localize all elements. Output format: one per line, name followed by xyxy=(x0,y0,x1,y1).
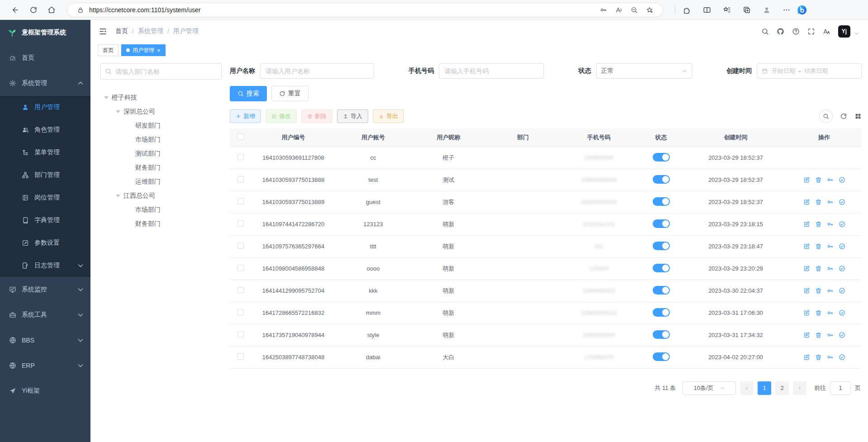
opcheck-icon[interactable] xyxy=(839,243,845,250)
opkey-icon[interactable] xyxy=(827,176,834,183)
username-input[interactable] xyxy=(260,63,374,79)
split-screen-icon[interactable] xyxy=(703,6,711,14)
opdelete-icon[interactable] xyxy=(815,354,822,361)
status-toggle[interactable] xyxy=(653,153,670,162)
row-checkbox[interactable] xyxy=(237,176,244,182)
opedit-icon[interactable] xyxy=(803,332,810,338)
menu-fold-icon[interactable] xyxy=(99,27,107,36)
sidebar-item[interactable]: Yi框架 xyxy=(0,378,90,404)
row-checkbox[interactable] xyxy=(237,331,244,337)
opedit-icon[interactable] xyxy=(803,176,810,183)
status-toggle[interactable] xyxy=(653,175,670,184)
tree-node[interactable]: 财务部门 xyxy=(100,217,222,231)
opdelete-icon[interactable] xyxy=(815,309,822,316)
add-favorite-icon[interactable] xyxy=(646,6,653,14)
row-checkbox[interactable] xyxy=(237,265,244,271)
status-toggle[interactable] xyxy=(653,308,670,317)
page-number-button[interactable]: 2 xyxy=(775,381,789,395)
opcheck-icon[interactable] xyxy=(839,287,845,294)
show-search-toggle[interactable] xyxy=(819,109,833,123)
opcheck-icon[interactable] xyxy=(839,265,845,272)
opcheck-icon[interactable] xyxy=(839,176,845,183)
tree-node[interactable]: 研发部门 xyxy=(100,119,222,133)
status-toggle[interactable] xyxy=(653,219,670,228)
sidebar-subitem[interactable]: 日志管理 xyxy=(0,254,90,277)
edit-button[interactable]: 修改 xyxy=(266,109,297,123)
row-checkbox[interactable] xyxy=(237,154,244,160)
opcheck-icon[interactable] xyxy=(839,332,845,338)
row-checkbox[interactable] xyxy=(237,287,244,293)
goto-page-input[interactable] xyxy=(830,381,851,395)
opcheck-icon[interactable] xyxy=(839,309,845,316)
breadcrumb-item[interactable]: 首页 xyxy=(115,27,128,35)
address-bar[interactable]: https://ccnetcore.com:1101/system/user xyxy=(67,3,663,17)
page-size-select[interactable]: 10条/页 xyxy=(683,381,736,395)
reset-button[interactable]: 重置 xyxy=(271,86,308,101)
prev-page-button[interactable]: ‹ xyxy=(740,381,754,395)
tree-node[interactable]: 深圳总公司 xyxy=(100,105,222,119)
opdelete-icon[interactable] xyxy=(815,199,822,205)
tree-node[interactable]: 橙子科技 xyxy=(100,90,222,105)
read-aloud-icon[interactable] xyxy=(615,6,622,14)
github-icon[interactable] xyxy=(777,28,784,35)
extensions-icon[interactable] xyxy=(683,6,691,14)
opcheck-icon[interactable] xyxy=(839,221,845,228)
browser-back-icon[interactable] xyxy=(11,6,19,14)
profile-avatar-icon[interactable] xyxy=(763,6,771,14)
sidebar-item[interactable]: 首页 xyxy=(0,45,90,71)
sidebar-subitem[interactable]: 用户管理 xyxy=(0,96,90,119)
opkey-icon[interactable] xyxy=(827,265,834,272)
fullscreen-icon[interactable] xyxy=(807,28,815,35)
status-toggle[interactable] xyxy=(653,352,670,361)
opedit-icon[interactable] xyxy=(803,221,810,228)
status-toggle[interactable] xyxy=(653,264,670,272)
opkey-icon[interactable] xyxy=(827,354,834,361)
tree-node[interactable]: 市场部门 xyxy=(100,203,222,217)
tab-close-icon[interactable]: × xyxy=(157,48,161,53)
tab-item[interactable]: 首页 xyxy=(98,44,119,56)
breadcrumb-item[interactable]: 用户管理 xyxy=(173,27,199,35)
copilot-icon[interactable] xyxy=(797,5,807,15)
search-button[interactable]: 搜索 xyxy=(230,86,267,101)
opdelete-icon[interactable] xyxy=(815,287,822,294)
columns-grid-icon[interactable] xyxy=(854,113,862,120)
row-checkbox[interactable] xyxy=(237,198,244,204)
opdelete-icon[interactable] xyxy=(815,176,822,183)
tree-expand-caret[interactable] xyxy=(104,96,109,101)
opedit-icon[interactable] xyxy=(803,309,810,316)
tree-node[interactable]: 测试部门 xyxy=(100,147,222,161)
sidebar-subitem[interactable]: 岗位管理 xyxy=(0,186,90,209)
opkey-icon[interactable] xyxy=(827,332,834,338)
tree-node[interactable]: 运维部门 xyxy=(100,175,222,189)
refresh-table-icon[interactable] xyxy=(840,113,847,120)
browser-refresh-icon[interactable] xyxy=(29,6,38,14)
opkey-icon[interactable] xyxy=(827,243,834,250)
opcheck-icon[interactable] xyxy=(839,199,845,205)
opcheck-icon[interactable] xyxy=(839,354,845,361)
opkey-icon[interactable] xyxy=(827,309,834,316)
help-icon[interactable] xyxy=(792,28,800,35)
opedit-icon[interactable] xyxy=(803,265,810,272)
opkey-icon[interactable] xyxy=(827,199,834,205)
import-button[interactable]: 导入 xyxy=(337,109,368,123)
sidebar-subitem[interactable]: 部门管理 xyxy=(0,164,90,186)
sidebar-subitem[interactable]: 菜单管理 xyxy=(0,141,90,164)
sidebar-subitem[interactable]: 角色管理 xyxy=(0,119,90,141)
tree-node[interactable]: 江西总公司 xyxy=(100,189,222,203)
font-size-icon[interactable] xyxy=(823,28,830,35)
sidebar-item[interactable]: ERP xyxy=(0,353,90,378)
page-number-button[interactable]: 1 xyxy=(758,381,771,395)
sidebar-subitem[interactable]: 参数设置 xyxy=(0,232,90,254)
tree-node[interactable]: 市场部门 xyxy=(100,133,222,147)
export-button[interactable]: 导出 xyxy=(373,109,404,123)
collections-icon[interactable] xyxy=(743,6,751,14)
sidebar-item[interactable]: BBS xyxy=(0,328,90,353)
zoom-out-icon[interactable] xyxy=(631,6,638,14)
add-button[interactable]: 新增 xyxy=(230,109,261,123)
tree-node[interactable]: 财务部门 xyxy=(100,161,222,175)
tree-expand-caret[interactable] xyxy=(116,195,120,200)
favorites-icon[interactable] xyxy=(723,6,731,14)
dept-search-input[interactable] xyxy=(100,63,222,80)
opedit-icon[interactable] xyxy=(803,199,810,205)
opdelete-icon[interactable] xyxy=(815,332,822,338)
